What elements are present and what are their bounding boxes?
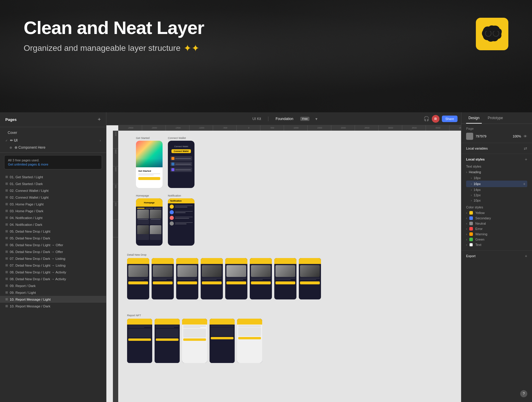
layer-item-02-light[interactable]: ⊞ 02. Connect Wallet / Light: [0, 187, 106, 194]
detail-frame-7[interactable]: [274, 258, 296, 299]
layer-item-04-light[interactable]: ⊞ 04. Notification / Light: [0, 214, 106, 221]
page-item-cover[interactable]: Cover: [0, 129, 106, 137]
color-secondary[interactable]: › Secondary: [466, 215, 527, 221]
help-section: ?: [520, 390, 527, 397]
detail-frame-1[interactable]: [127, 258, 149, 299]
tab-design[interactable]: Design: [466, 112, 482, 124]
warning-dot: [469, 232, 473, 236]
get-started-label: Get Started: [136, 137, 163, 140]
layer-item-03-dark[interactable]: ⊞ 03. Home Page / Dark: [0, 208, 106, 214]
heading-subsection-header[interactable]: › Heading: [466, 169, 527, 175]
page-item-ui[interactable]: ✓ ✏ UI ›: [0, 137, 106, 144]
canvas-area[interactable]: UI Kit Foundation Free ▾ 🎧 R Share -2500…: [106, 112, 461, 402]
local-variables-section: Local variables ⇄: [461, 143, 532, 154]
color-styles-section: Color styles › Yellow › Secondary › Neut…: [466, 205, 527, 247]
neutral-dot: [469, 222, 473, 225]
homepage-frame[interactable]: Homepage: [136, 198, 163, 246]
add-page-button[interactable]: +: [98, 116, 101, 123]
chevron-neutral: ›: [466, 222, 467, 225]
page-opacity[interactable]: 100%: [513, 134, 521, 138]
detail-frame-5[interactable]: [225, 258, 247, 299]
layer-item-09-light[interactable]: ⊞ 09. Report / Light: [0, 289, 106, 296]
tab-foundation[interactable]: Foundation: [273, 116, 296, 122]
connect-wallet-frame[interactable]: Connect Wallet Connect Wallet: [168, 141, 194, 188]
chevron-text: ›: [466, 243, 467, 247]
layer-item-08-light-activity[interactable]: ⊞ 08. Detail New Drop / Light → Activity: [0, 269, 106, 275]
detail-frame-4[interactable]: [201, 258, 223, 299]
detail-frame-2[interactable]: [152, 258, 174, 299]
hero-title: Clean and Neat Layer: [24, 18, 204, 38]
detail-frame-6[interactable]: [250, 258, 272, 299]
layer-item-05-light[interactable]: ⊞ 05. Detail New Drop / Light: [0, 228, 106, 235]
layer-item-10-dark[interactable]: ⊞ 10. Report Message / Dark: [0, 303, 106, 309]
layer-item-06-light-offer[interactable]: ⊞ 06. Detail New Drop / Light → Offer: [0, 241, 106, 248]
component-item[interactable]: ⊕ ⊕ Component Here: [0, 144, 106, 151]
ruler-top: -2500 -2000 -1500 -1000 -500 0 500 1000 …: [118, 125, 461, 131]
layer-item-02-light2[interactable]: ⊞ 02. Connect Wallet / Light: [0, 194, 106, 201]
page-section: Page 797979 100% 👁: [461, 124, 532, 143]
notification-frame[interactable]: Notification: [168, 198, 194, 246]
color-warning[interactable]: › Warning: [466, 231, 527, 237]
text-dot: [469, 243, 473, 247]
export-add-icon[interactable]: +: [525, 254, 527, 258]
detail-frame-8[interactable]: [299, 258, 321, 299]
share-button[interactable]: Share: [442, 116, 458, 122]
layer-item-06-dark-offer[interactable]: ⊞ 06. Detail New Drop / Dark → Offer: [0, 248, 106, 255]
design-tabs: Design Prototype: [461, 112, 532, 124]
frame-icon: ⊞: [5, 277, 8, 281]
layer-item-03-light[interactable]: ⊞ 03. Home Page / Light: [0, 201, 106, 208]
heading-subsection: › Heading: [466, 169, 527, 175]
dropdown-icon[interactable]: ▾: [315, 116, 317, 121]
eye-icon[interactable]: 👁: [523, 134, 527, 139]
style-18px[interactable]: › 18px: [466, 175, 527, 181]
report-frame-1[interactable]: [127, 319, 152, 363]
tab-prototype[interactable]: Prototype: [485, 112, 505, 124]
toolbar-tabs: UI Kit Foundation Free ▾: [250, 116, 317, 122]
page-color-value[interactable]: 797979: [476, 134, 510, 138]
layer-item-07-light-listing[interactable]: ⊞ 07. Detail New Drop / Light → Listing: [0, 262, 106, 269]
report-frame-4[interactable]: [210, 319, 235, 363]
tab-uikit[interactable]: UI Kit: [250, 116, 263, 122]
color-green[interactable]: › Green: [466, 237, 527, 242]
canvas-bg[interactable]: Get Started Get Started: [118, 131, 461, 402]
notification-label: Notification: [168, 194, 194, 197]
layer-item-05-dark[interactable]: ⊞ 05. Detail New Drop / Dark: [0, 235, 106, 241]
layer-item-01-dark[interactable]: ⊞ 01. Get Started / Dark: [0, 180, 106, 187]
local-styles-add[interactable]: +: [525, 157, 527, 162]
report-frame-3[interactable]: [182, 319, 207, 363]
frame-icon: ⊞: [5, 263, 8, 267]
limit-text: All 3 free pages used.: [8, 158, 98, 162]
layer-item-10-light[interactable]: ⊞ 10. Report Message / Light: [0, 296, 106, 303]
style-10px[interactable]: › 10px: [466, 198, 527, 203]
get-started-frame[interactable]: Get Started: [136, 141, 163, 188]
color-yellow[interactable]: › Yellow: [466, 210, 527, 215]
frame-icon: ⊞: [5, 297, 8, 301]
layer-item-01-light[interactable]: ⊞ 01. Get Started / Light: [0, 174, 106, 180]
right-panel: Design Prototype Page 797979 100% 👁 Loca…: [461, 112, 532, 402]
detail-frame-3[interactable]: [176, 258, 198, 299]
style-add-16px[interactable]: +: [523, 181, 525, 186]
frame-icon: ⊞: [5, 175, 8, 179]
color-neutral[interactable]: › Neutral: [466, 221, 527, 226]
local-styles-header: Local styles +: [466, 157, 527, 162]
layer-item-08-dark-activity[interactable]: ⊞ 08. Detail New Drop / Dark → Activity: [0, 275, 106, 282]
connect-wallet-label: Connect Wallet: [168, 137, 194, 140]
style-16px[interactable]: › 16px +: [466, 181, 527, 187]
hero-section: Clean and Neat Layer Organized and manag…: [0, 0, 532, 112]
layer-item-09-dark[interactable]: ⊞ 09. Report / Dark: [0, 282, 106, 289]
style-12px[interactable]: › 12px: [466, 192, 527, 198]
error-dot: [469, 227, 473, 231]
layer-item-07-dark-listing[interactable]: ⊞ 07. Detail New Drop / Dark → Listing: [0, 255, 106, 262]
ruler-left: 2000 1500 1000 500 -500: [113, 131, 118, 402]
page-color-swatch[interactable]: [466, 133, 473, 140]
style-14px[interactable]: › 14px: [466, 187, 527, 192]
color-error[interactable]: › Error: [466, 226, 527, 231]
listen-icon[interactable]: 🎧: [424, 116, 429, 121]
layer-item-04-dark[interactable]: ⊞ 04. Notification / Dark: [0, 221, 106, 228]
report-frame-2[interactable]: [155, 319, 180, 363]
limit-link[interactable]: Get unlimited pages & more: [8, 163, 98, 166]
local-variables-icon[interactable]: ⇄: [524, 146, 527, 151]
help-button[interactable]: ?: [520, 390, 527, 397]
report-frame-5[interactable]: [237, 319, 262, 363]
color-text[interactable]: › Text: [466, 242, 527, 247]
